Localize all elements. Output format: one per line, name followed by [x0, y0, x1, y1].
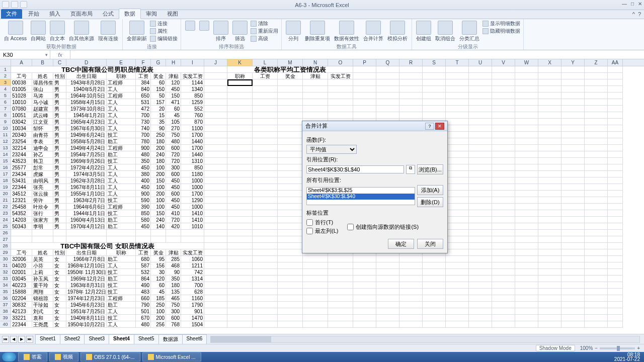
sheet-first-icon[interactable]: ⏮ [2, 336, 9, 343]
minimize-icon[interactable]: — [622, 1, 627, 7]
ribbon-btn[interactable]: 自文本 [49, 20, 66, 43]
col-header[interactable]: AA [608, 59, 623, 66]
active-cell[interactable] [227, 79, 253, 86]
col-header[interactable]: V [492, 59, 515, 66]
reference-input[interactable] [306, 165, 404, 173]
sheet-tab-bar: ⏮ ◀ ▶ ⏭ Sheet1Sheet2Sheet3Sheet4Sheet5数据… [0, 334, 644, 344]
dialog-close-icon[interactable]: ✕ [435, 123, 444, 130]
references-listbox[interactable]: Sheet4!$K$3:$L$25 Sheet4!$K$30:$L$40 [306, 187, 415, 205]
close-icon[interactable]: ✕ [638, 1, 642, 7]
sheet-tab[interactable]: Sheet2 [60, 334, 85, 344]
qat-save-icon[interactable] [2, 1, 9, 8]
ribbon: 自 Access自网站自文本自其他来源现有连接 获取外部数据 全部刷新 连接属性… [0, 19, 644, 50]
filter-button[interactable]: 筛选 [231, 20, 249, 43]
tab-2[interactable]: 页面布局 [65, 9, 98, 19]
col-header[interactable]: F [136, 59, 151, 66]
ribbon-group-connections: 全部刷新 连接属性编辑链接 连接 [123, 19, 181, 50]
taskbar-button[interactable]: 视频 [49, 352, 78, 361]
sort-button[interactable]: 排序 [212, 20, 229, 43]
col-header[interactable]: O [328, 59, 353, 66]
sheet-last-icon[interactable]: ⏭ [26, 336, 33, 343]
qat-redo-icon[interactable] [20, 1, 27, 8]
windows-taskbar: 答案视频OBS 27.0.1 (64-...Microsoft Excel ..… [0, 352, 644, 362]
select-all-corner[interactable] [0, 59, 11, 66]
taskbar-button[interactable]: 答案 [18, 352, 47, 361]
zoom-control[interactable]: 100% − + [580, 345, 640, 351]
sheet-prev-icon[interactable]: ◀ [10, 336, 17, 343]
horizontal-scrollbar[interactable] [210, 336, 640, 343]
col-header[interactable]: H [166, 59, 181, 66]
col-header[interactable]: R [399, 59, 423, 66]
tab-0[interactable]: 开始 [23, 9, 44, 19]
ribbon-btn[interactable]: 现有连接 [97, 20, 119, 43]
formula-input[interactable] [70, 50, 644, 59]
left-col-checkbox[interactable] [306, 228, 313, 234]
add-button[interactable]: 添加(A) [417, 185, 443, 195]
col-header[interactable]: A [11, 59, 32, 66]
col-header[interactable]: L [253, 59, 278, 66]
refresh-all-button[interactable]: 全部刷新 [126, 20, 148, 43]
range-picker-icon[interactable]: ⧉ [406, 165, 415, 174]
tab-file[interactable]: 文件 [1, 9, 22, 19]
browse-button[interactable]: 浏览(B)... [417, 164, 443, 174]
col-header[interactable]: Q [376, 59, 399, 66]
col-header[interactable]: Y [561, 59, 585, 66]
col-header[interactable]: Z [585, 59, 608, 66]
col-header[interactable]: S [423, 59, 446, 66]
create-links-checkbox[interactable] [347, 224, 354, 230]
tab-4[interactable]: 数据 [119, 9, 141, 19]
start-button[interactable] [2, 352, 16, 361]
maximize-icon[interactable]: □ [631, 1, 634, 7]
tab-3[interactable]: 公式 [98, 9, 119, 19]
cancel-button[interactable]: 关闭 [417, 239, 443, 249]
sort-za-button[interactable] [198, 20, 210, 31]
col-header[interactable]: P [353, 59, 376, 66]
sheet-tab[interactable]: Sheet1 [35, 334, 60, 344]
sheet-next-icon[interactable]: ▶ [18, 336, 25, 343]
col-header[interactable]: E [107, 59, 136, 66]
minimize-ribbon-icon[interactable]: ^ [632, 11, 635, 17]
col-header[interactable]: W [515, 59, 538, 66]
help-icon[interactable]: ? [638, 11, 641, 17]
tab-1[interactable]: 插入 [44, 9, 65, 19]
sheet-tab[interactable]: Sheet6 [182, 334, 207, 344]
col-header[interactable]: K [227, 59, 253, 66]
ribbon-btn[interactable]: 自其他来源 [68, 20, 95, 43]
col-header[interactable]: B [32, 59, 53, 66]
system-clock[interactable]: 08:18 2021-07-22 [614, 352, 642, 361]
col-header[interactable]: J [204, 59, 227, 66]
zoom-out-icon[interactable]: − [595, 345, 598, 351]
sheet-tab[interactable]: 数据源 [158, 334, 183, 344]
tab-6[interactable]: 视图 [162, 9, 183, 19]
sheet-tab[interactable]: Sheet5 [134, 334, 159, 344]
col-header[interactable]: C [53, 59, 66, 66]
sort-az-button[interactable] [184, 20, 196, 31]
col-header[interactable]: U [469, 59, 492, 66]
tab-5[interactable]: 审阅 [141, 9, 162, 19]
fx-button[interactable]: fx [50, 50, 70, 59]
top-row-checkbox[interactable] [306, 219, 313, 226]
name-box[interactable]: K30 [0, 50, 50, 59]
dialog-help-icon[interactable]: ? [425, 123, 434, 130]
ribbon-btn[interactable]: 自网站 [30, 20, 47, 43]
col-header[interactable]: T [446, 59, 469, 66]
dialog-titlebar[interactable]: 合并计算 ? ✕ [302, 121, 447, 131]
col-header[interactable]: D [66, 59, 107, 66]
taskbar-button[interactable]: OBS 27.0.1 (64-... [80, 352, 140, 361]
function-select[interactable]: 平均值 [306, 145, 357, 154]
col-header[interactable]: M [278, 59, 303, 66]
col-header[interactable]: I [181, 59, 204, 66]
sheet-tab[interactable]: Sheet3 [84, 334, 109, 344]
ribbon-btn[interactable]: 自 Access [3, 20, 28, 43]
col-header[interactable]: N [303, 59, 328, 66]
zoom-in-icon[interactable]: + [637, 345, 640, 351]
col-header[interactable]: X [538, 59, 561, 66]
sheet-tab[interactable]: Sheet4 [109, 334, 134, 344]
col-header[interactable]: G [151, 59, 166, 66]
delete-button[interactable]: 删除(D) [417, 197, 443, 207]
ok-button[interactable]: 确定 [388, 239, 414, 249]
qat-undo-icon[interactable] [11, 1, 18, 8]
zoom-slider[interactable] [600, 347, 635, 349]
status-bar: Shadow Mode 100% − + [0, 344, 644, 352]
taskbar-button[interactable]: Microsoft Excel ... [142, 352, 201, 361]
